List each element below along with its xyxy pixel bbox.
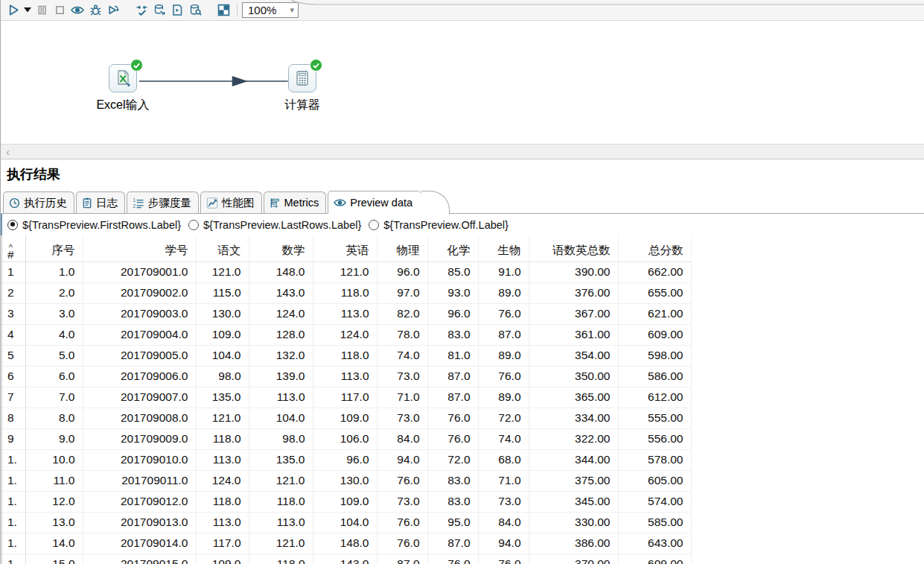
table-cell: 76.0: [427, 428, 478, 449]
table-cell: 201709001.0: [83, 262, 196, 282]
tab-step-metrics[interactable]: 12 步骤度量: [127, 191, 199, 213]
column-header[interactable]: 总分数: [618, 235, 691, 262]
pause-button[interactable]: [33, 1, 51, 19]
table-cell: 117.0: [313, 387, 377, 408]
scroll-left-icon[interactable]: ‹: [6, 146, 10, 157]
table-cell: 87.0: [427, 366, 478, 387]
row-number-cell: 5: [2, 345, 25, 366]
table-cell: 76.0: [478, 366, 529, 387]
table-cell: 201709008.0: [83, 408, 196, 428]
debug-button[interactable]: [86, 1, 104, 19]
row-number-cell: 4: [2, 324, 25, 345]
table-cell: 1.0: [25, 262, 83, 282]
row-number-column-header[interactable]: ^#: [2, 235, 25, 262]
column-header[interactable]: 语数英总数: [529, 235, 618, 262]
replay-button[interactable]: [104, 1, 122, 19]
numbered-list-icon: 12: [133, 197, 144, 209]
column-header[interactable]: 数学: [249, 235, 313, 262]
results-tabbar: 执行历史 日志 12 步骤度量 性能图 Metrics Preview data: [1, 191, 924, 214]
table-cell: 121.0: [249, 470, 313, 491]
table-cell: 139.0: [249, 366, 313, 387]
table-cell: 3.0: [25, 303, 83, 324]
row-number-cell: 1: [2, 262, 25, 282]
table-row[interactable]: 1.10.0201709010.0113.0135.096.094.072.06…: [2, 449, 691, 470]
table-row[interactable]: 1.14.0201709014.0117.0121.0148.076.087.0…: [2, 533, 691, 554]
canvas-horizontal-scrollbar[interactable]: ‹: [1, 144, 924, 159]
table-row[interactable]: 66.0201709006.098.0139.0113.073.087.076.…: [2, 366, 691, 387]
tab-performance-graph[interactable]: 性能图: [200, 191, 262, 213]
table-cell: 78.0: [377, 324, 427, 345]
table-cell: 344.00: [529, 449, 618, 470]
generate-sql-button[interactable]: [168, 1, 186, 19]
column-header[interactable]: 语文: [196, 235, 249, 262]
table-cell: 91.0: [478, 262, 529, 282]
row-number-cell: 8: [2, 408, 25, 428]
column-header[interactable]: 英语: [313, 235, 377, 262]
table-cell: 71.0: [377, 387, 427, 408]
table-cell: 83.0: [427, 470, 478, 491]
table-row[interactable]: 88.0201709008.0121.0104.0109.073.076.072…: [2, 408, 691, 428]
table-cell: 2.0: [25, 282, 83, 303]
tab-execution-history[interactable]: 执行历史: [3, 191, 74, 213]
table-cell: 118.0: [313, 282, 377, 303]
table-row[interactable]: 44.0201709004.0109.0128.0124.078.083.087…: [2, 324, 691, 345]
table-cell: 354.00: [529, 345, 618, 366]
table-cell: 375.00: [529, 470, 618, 491]
table-cell: 83.0: [427, 324, 478, 345]
table-cell: 89.0: [478, 387, 529, 408]
radio-off[interactable]: ${TransPreview.Off.Label}: [369, 219, 509, 231]
table-cell: 76.0: [478, 303, 529, 324]
table-cell: 76.0: [377, 470, 427, 491]
check-transformation-button[interactable]: [133, 1, 150, 19]
table-row[interactable]: 77.0201709007.0135.0113.0117.071.087.089…: [2, 387, 691, 408]
tab-label: 步骤度量: [148, 196, 191, 210]
table-cell: 104.0: [249, 408, 313, 428]
table-row[interactable]: 99.0201709009.0118.098.0106.084.076.074.…: [2, 428, 691, 449]
stop-button[interactable]: [51, 1, 68, 19]
table-cell: 201709013.0: [83, 512, 196, 533]
table-cell: 94.0: [478, 533, 529, 554]
zoom-level-select[interactable]: 100% ▾: [242, 2, 299, 18]
preview-mode-radios: ${TransPreview.FirstRows.Label} ${TransP…: [1, 214, 924, 235]
table-cell: 96.0: [377, 262, 427, 282]
table-row[interactable]: 1.12.0201709012.0118.0118.0109.073.083.0…: [2, 491, 691, 512]
table-cell: 643.00: [618, 533, 691, 554]
table-cell: 201709007.0: [83, 387, 196, 408]
transformation-canvas[interactable]: Excel输入: [1, 21, 924, 144]
table-row[interactable]: 22.0201709002.0115.0143.0118.097.093.089…: [2, 282, 691, 303]
tab-preview-data[interactable]: Preview data: [328, 191, 424, 214]
table-cell: 95.0: [427, 512, 478, 533]
column-header[interactable]: 生物: [478, 235, 529, 262]
table-row[interactable]: 11.0201709001.0121.0148.0121.096.085.091…: [2, 262, 691, 282]
run-options-caret-icon[interactable]: [22, 1, 33, 19]
chevron-down-icon: ▾: [290, 5, 294, 15]
table-cell: 130.0: [313, 470, 377, 491]
table-row[interactable]: 1.11.0201709011.0124.0121.0130.076.083.0…: [2, 470, 691, 491]
step-calculator[interactable]: 计算器: [271, 64, 334, 113]
table-cell: 98.0: [249, 428, 313, 449]
table-row[interactable]: 1.13.0201709013.0113.0113.0104.076.095.0…: [2, 512, 691, 533]
step-excel-input[interactable]: Excel输入: [92, 64, 154, 113]
table-cell: 109.0: [196, 324, 249, 345]
column-header[interactable]: 化学: [427, 235, 478, 262]
table-row[interactable]: 33.0201709003.0130.0124.0113.082.096.076…: [2, 303, 691, 324]
table-row[interactable]: 55.0201709005.0104.0132.0118.074.081.089…: [2, 345, 691, 366]
run-button[interactable]: [4, 1, 22, 19]
table-cell: 386.00: [529, 533, 618, 554]
show-results-pane-button[interactable]: [214, 1, 232, 19]
tab-log[interactable]: 日志: [76, 191, 125, 213]
radio-last-rows[interactable]: ${TransPreview.LastRows.Label}: [188, 219, 361, 231]
radio-first-rows[interactable]: ${TransPreview.FirstRows.Label}: [7, 219, 181, 231]
step-label: Excel输入: [92, 98, 154, 113]
impact-analysis-button[interactable]: [150, 1, 168, 19]
column-header[interactable]: 序号: [25, 235, 83, 262]
table-cell: 390.00: [529, 262, 618, 282]
tab-metrics[interactable]: Metrics: [264, 191, 327, 213]
preview-button[interactable]: [68, 1, 86, 19]
table-cell: 121.0: [196, 408, 249, 428]
column-header[interactable]: 学号: [83, 235, 196, 262]
column-header[interactable]: 物理: [377, 235, 427, 262]
explore-database-button[interactable]: [186, 1, 204, 19]
row-number-cell: 1.: [2, 470, 25, 491]
table-row[interactable]: 1.15.0201709015.0109.0118.0143.087.076.0…: [2, 554, 691, 564]
